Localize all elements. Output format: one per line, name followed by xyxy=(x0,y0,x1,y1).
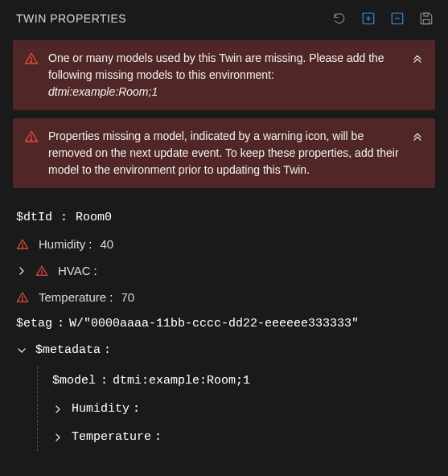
property-humidity[interactable]: Humidity: 40 xyxy=(16,231,432,257)
chevron-right-icon xyxy=(52,404,64,414)
warning-icon xyxy=(35,265,50,277)
save-button[interactable] xyxy=(417,10,435,27)
alert-model-id: dtmi:example:Room;1 xyxy=(48,85,158,98)
property-metadata-temperature[interactable]: Temperature: xyxy=(52,423,432,451)
property-metadata-model[interactable]: $model: dtmi:example:Room;1 xyxy=(52,367,432,395)
alert-text: One or many models used by this Twin are… xyxy=(48,51,384,81)
chevron-double-up-icon xyxy=(411,51,424,64)
svg-rect-3 xyxy=(424,13,428,16)
chevron-right-icon xyxy=(16,266,27,276)
expand-button[interactable] xyxy=(360,10,377,27)
property-key: Temperature xyxy=(39,290,106,304)
alert-text: Properties missing a model, indicated by… xyxy=(48,129,399,176)
warning-icon xyxy=(24,51,39,71)
property-key: $dtId xyxy=(16,211,52,224)
property-metadata-humidity[interactable]: Humidity: xyxy=(52,395,432,423)
svg-point-7 xyxy=(41,273,42,273)
plus-box-icon xyxy=(361,11,376,26)
property-value: Room0 xyxy=(76,211,112,224)
svg-point-5 xyxy=(31,139,31,140)
property-value: 70 xyxy=(121,290,134,304)
undo-button[interactable] xyxy=(331,10,348,27)
property-etag[interactable]: $etag: W/"0000aaaa-11bb-cccc-dd22-eeeeee… xyxy=(16,310,432,337)
chevron-right-icon xyxy=(52,433,64,442)
alert-missing-properties: Properties missing a model, indicated by… xyxy=(13,118,435,188)
svg-point-4 xyxy=(31,61,31,62)
toolbar xyxy=(331,10,435,27)
property-key: $etag xyxy=(16,317,52,330)
property-key: $model xyxy=(52,374,96,388)
minus-box-icon xyxy=(390,11,405,26)
svg-point-6 xyxy=(22,246,23,247)
svg-rect-2 xyxy=(423,20,430,24)
property-key: Humidity xyxy=(39,237,85,251)
collapse-button[interactable] xyxy=(388,10,406,27)
property-value: W/"0000aaaa-11bb-cccc-dd22-eeeeee333333" xyxy=(69,317,359,330)
property-value: dtmi:example:Room;1 xyxy=(113,374,250,388)
property-temperature[interactable]: Temperature: 70 xyxy=(16,284,432,310)
warning-icon xyxy=(16,238,31,251)
property-dtid[interactable]: $dtId: Room0 xyxy=(16,204,432,231)
panel-title: TWIN PROPERTIES xyxy=(16,12,126,25)
chevron-down-icon xyxy=(16,346,27,355)
warning-icon xyxy=(16,291,31,304)
svg-point-8 xyxy=(22,299,23,300)
alert-collapse-button[interactable] xyxy=(411,129,424,147)
property-key: Temperature xyxy=(72,430,151,444)
property-key: Humidity xyxy=(72,402,129,416)
property-metadata[interactable]: $metadata: xyxy=(16,337,432,363)
property-value: 40 xyxy=(101,237,114,251)
alert-missing-models: One or many models used by this Twin are… xyxy=(13,40,435,110)
undo-icon xyxy=(332,11,347,26)
warning-icon xyxy=(24,129,39,149)
save-icon xyxy=(419,11,434,26)
alert-collapse-button[interactable] xyxy=(411,51,424,69)
property-key: HVAC xyxy=(58,264,91,277)
property-key: $metadata xyxy=(35,343,101,357)
property-hvac[interactable]: HVAC: xyxy=(16,257,432,284)
chevron-double-up-icon xyxy=(411,129,424,142)
